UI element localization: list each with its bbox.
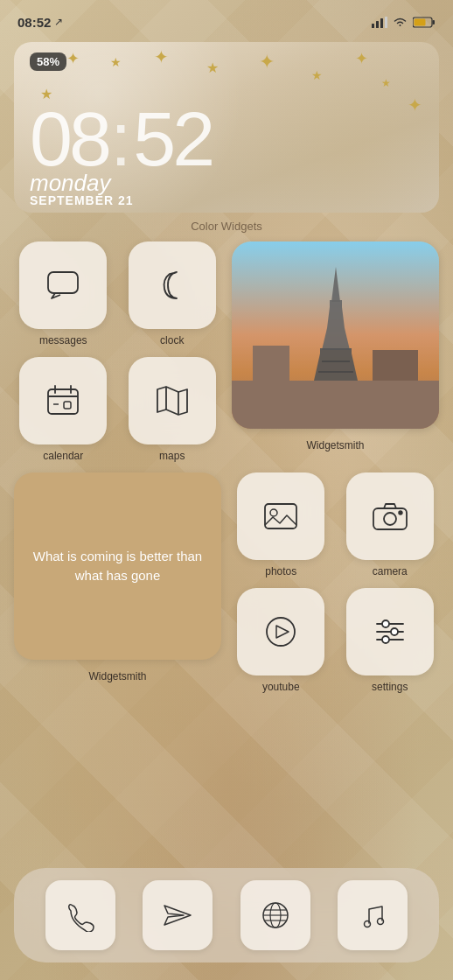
widgetsmith-photo-label: Widgetsmith — [306, 439, 364, 452]
widget-date: SEPTEMBER 21 — [30, 193, 134, 213]
globe-icon — [259, 899, 292, 932]
svg-rect-6 — [415, 18, 426, 25]
dock — [14, 868, 439, 962]
mail-icon-bg[interactable] — [143, 880, 213, 950]
motivation-widget-bg[interactable]: What is coming is better than what has g… — [14, 472, 221, 660]
messages-label: messages — [39, 334, 87, 346]
motivation-label: Widgetsmith — [88, 670, 146, 682]
signal-icon — [372, 17, 387, 28]
svg-rect-20 — [64, 402, 71, 409]
play-icon — [261, 612, 301, 652]
messages-icon-bg[interactable] — [19, 242, 107, 329]
eiffel-tower-icon — [310, 267, 362, 381]
youtube-icon-bg[interactable] — [237, 588, 324, 676]
photo-icon — [261, 496, 301, 536]
svg-rect-25 — [265, 504, 296, 528]
youtube-label: youtube — [262, 681, 300, 693]
dock-mail[interactable] — [143, 880, 213, 950]
battery-icon — [413, 17, 436, 28]
dock-phone[interactable] — [45, 880, 115, 950]
star-decoration: ★ — [381, 77, 391, 89]
widget-hours: 08 — [30, 101, 108, 178]
calendar-icon — [43, 381, 83, 421]
svg-marker-22 — [157, 387, 187, 415]
svg-point-36 — [391, 628, 398, 635]
app-maps[interactable]: maps — [123, 357, 222, 462]
calendar-icon-bg[interactable] — [19, 357, 107, 444]
app-messages[interactable]: messages — [14, 242, 113, 346]
star-decoration: ★ — [311, 68, 323, 82]
photos-icon-bg[interactable] — [237, 472, 324, 560]
clock-label: clock — [160, 334, 184, 346]
widget-colon: : — [110, 101, 131, 178]
svg-marker-31 — [276, 626, 289, 638]
svg-rect-1 — [376, 21, 379, 28]
svg-marker-10 — [327, 307, 345, 328]
safari-icon-bg[interactable] — [240, 880, 310, 950]
moon-icon — [152, 265, 192, 305]
location-icon: ↗ — [54, 16, 63, 28]
music-note-icon — [356, 899, 389, 932]
app-photos[interactable]: photos — [232, 472, 331, 578]
app-clock[interactable]: clock — [123, 242, 222, 346]
svg-point-37 — [382, 636, 389, 643]
app-youtube[interactable]: youtube — [232, 588, 331, 693]
svg-point-28 — [384, 513, 396, 525]
map-icon — [152, 381, 192, 421]
maps-label: maps — [159, 450, 185, 462]
app-settings[interactable]: settings — [341, 588, 440, 693]
clock-icon-bg[interactable] — [129, 242, 216, 329]
svg-point-35 — [382, 620, 389, 627]
sliders-icon — [370, 612, 410, 652]
svg-rect-7 — [48, 272, 78, 293]
widget-minutes: 52 — [133, 101, 212, 178]
screen-container: 08:52 ↗ — [0, 0, 453, 980]
app-widgetsmith-motivation[interactable]: What is coming is better than what has g… — [14, 472, 221, 693]
svg-rect-12 — [320, 348, 352, 354]
settings-label: settings — [372, 681, 408, 693]
svg-marker-11 — [322, 328, 350, 350]
phone-icon — [64, 899, 97, 932]
color-widgets-label: Color Widgets — [0, 220, 453, 233]
svg-point-45 — [378, 919, 384, 925]
motivation-text: What is coming is better than what has g… — [31, 547, 204, 586]
svg-marker-38 — [164, 906, 191, 925]
music-icon-bg[interactable] — [338, 880, 408, 950]
main-app-grid: messages clock — [14, 242, 439, 693]
status-time: 08:52 — [17, 15, 51, 30]
svg-rect-0 — [372, 24, 374, 28]
status-bar: 08:52 ↗ — [0, 0, 453, 38]
star-decoration: ✦ — [154, 46, 169, 67]
svg-point-26 — [270, 509, 277, 516]
phone-icon-bg[interactable] — [45, 880, 115, 950]
widget-time-display: 08 : 52 — [14, 101, 439, 178]
svg-rect-3 — [385, 17, 387, 28]
widgetsmith-photo-widget[interactable] — [232, 242, 439, 429]
svg-marker-13 — [314, 354, 358, 381]
photos-label: photos — [265, 565, 296, 578]
app-calendar[interactable]: calendar — [14, 357, 113, 462]
clock-widget[interactable]: ✦ ★ ✦ ★ ✦ ★ ✦ ★ ✦ ★ 58% 08 : 52 monday S… — [14, 42, 439, 213]
svg-rect-16 — [48, 389, 78, 414]
app-widgetsmith-photo[interactable]: Widgetsmith — [232, 242, 439, 462]
svg-rect-2 — [380, 18, 383, 28]
status-icons — [372, 17, 436, 28]
dock-music[interactable] — [338, 880, 408, 950]
svg-point-30 — [267, 618, 295, 646]
star-decoration: ✦ — [66, 49, 80, 68]
camera-icon — [370, 496, 410, 536]
app-camera[interactable]: camera — [341, 472, 440, 578]
camera-label: camera — [373, 565, 408, 578]
star-decoration: ✦ — [259, 51, 275, 74]
svg-marker-8 — [331, 267, 340, 302]
dock-safari[interactable] — [240, 880, 310, 950]
star-decoration: ★ — [110, 55, 122, 69]
svg-rect-5 — [433, 20, 436, 24]
calendar-label: calendar — [43, 450, 83, 462]
camera-icon-bg[interactable] — [346, 472, 434, 560]
svg-rect-9 — [330, 300, 342, 307]
settings-icon-bg[interactable] — [346, 588, 434, 676]
battery-percent-widget: 58% — [30, 52, 66, 71]
wifi-icon — [393, 17, 408, 28]
maps-icon-bg[interactable] — [129, 357, 216, 444]
